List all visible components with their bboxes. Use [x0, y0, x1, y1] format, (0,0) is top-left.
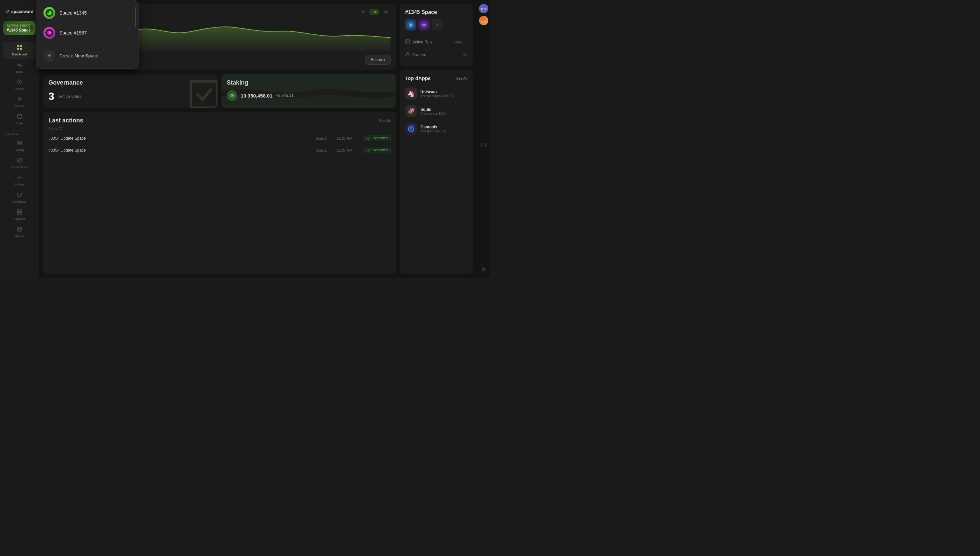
create-new-space-item[interactable]: + Create New Space	[39, 46, 135, 66]
space-1567-icon	[44, 27, 55, 39]
global-section-label: Global	[0, 131, 39, 137]
time-btn-3m[interactable]: 3M	[380, 9, 390, 15]
time-btn-7d[interactable]: 7D	[358, 9, 368, 15]
active-rule-value: Rule 1 ›	[455, 40, 467, 44]
space-chevron-icon: ⇅	[26, 25, 33, 32]
staking-card[interactable]: Staking ⚙ 10,350,456.01 +2,345.11	[221, 74, 396, 108]
last-actions-header: Last actions See All	[48, 117, 390, 124]
svg-rect-17	[17, 210, 19, 212]
svg-rect-4	[17, 48, 19, 50]
sidebar-item-label-keychains: Keychains	[13, 200, 26, 204]
dapp-item-osmosis[interactable]: 🌀 Osmosis The premier DEX	[405, 120, 467, 137]
active-rule-left: Active Rule	[405, 39, 433, 45]
svg-point-32	[408, 53, 409, 54]
sidebar-item-label-dapps: dApps	[15, 234, 24, 238]
sidebar-item-label-governance: Governance	[11, 165, 27, 169]
dapp-info-uniswap: Uniswap The most popular DEX	[421, 90, 454, 98]
svg-rect-15	[18, 158, 21, 162]
staking-sidebar-icon	[17, 140, 22, 147]
scrollbar[interactable]	[135, 7, 136, 27]
dapps-icon	[17, 226, 22, 233]
svg-rect-10	[18, 115, 21, 118]
svg-point-6	[18, 63, 20, 66]
svg-rect-12	[20, 141, 21, 143]
dapps-see-all[interactable]: See All	[456, 76, 467, 80]
active-rule-label: Active Rule	[413, 40, 433, 44]
svg-rect-22	[18, 228, 19, 229]
dapp-item-uniswap[interactable]: 🦄 Uniswap The most popular DEX	[405, 85, 467, 102]
last-actions-title: Last actions	[48, 117, 83, 124]
space-info-title: #1345 Space	[405, 9, 467, 15]
svg-rect-23	[20, 228, 21, 229]
sidebar-item-assets[interactable]: Assets	[3, 77, 36, 93]
owners-icon	[17, 97, 22, 103]
osmosis-icon: 🌀	[405, 123, 417, 135]
active-space-badge[interactable]: Active Space #1345 Space ⇅	[3, 21, 35, 35]
governance-card[interactable]: Governance 3 Active votes	[43, 74, 218, 108]
sidebar-item-keychains[interactable]: Keychains	[3, 189, 36, 206]
wallet-avatar[interactable]: 🦊	[479, 16, 488, 25]
dapp-desc-uniswap: The most popular DEX	[421, 94, 454, 98]
space-1567-name: Space #1567	[60, 30, 87, 36]
dropdown-space-1567[interactable]: Space #1567	[39, 23, 135, 43]
dapps-title: Top dApps	[405, 75, 430, 81]
sidebar-item-rules[interactable]: Rules	[3, 111, 36, 128]
logo-icon	[5, 8, 9, 15]
check-icon-1	[367, 137, 370, 140]
time-btn-1m[interactable]: 1M	[369, 9, 379, 15]
create-space-plus-icon: +	[44, 50, 55, 62]
svg-point-9	[19, 97, 21, 100]
dapp-info-osmosis: Osmosis The premier DEX	[421, 125, 446, 133]
window-icon[interactable]	[479, 140, 488, 150]
sidebar-item-dapps[interactable]: dApps	[3, 224, 36, 241]
chevron-right-rule: ›	[466, 40, 467, 44]
sidebar: spaceward Active Space #1345 Space ⇅ Das…	[0, 0, 39, 278]
dapp-name-uniswap: Uniswap	[421, 90, 454, 94]
svg-rect-24	[18, 230, 19, 231]
action-row-2: #3054 Update Space Rule 1 12:07 PM Compl…	[48, 144, 390, 156]
owners-row[interactable]: Owners 4 ›	[405, 48, 467, 61]
sidebar-item-keys[interactable]: Keys	[3, 60, 36, 76]
settings-icon[interactable]	[479, 265, 488, 274]
chart-time-buttons: 7D 1M 3M	[358, 9, 390, 15]
sidebar-item-owners[interactable]: Owners	[3, 94, 36, 110]
user-avatar[interactable]: fbr5	[479, 4, 488, 13]
sidebar-item-explorer[interactable]: Explorer	[3, 207, 36, 223]
svg-rect-19	[17, 212, 19, 214]
svg-point-39	[47, 31, 52, 35]
sidebar-item-label-explorer: Explorer	[14, 217, 25, 221]
receive-button[interactable]: Receive	[365, 55, 390, 65]
active-rule-row[interactable]: Active Rule Rule 1 ›	[405, 36, 467, 48]
sidebar-item-governance[interactable]: Governance	[3, 155, 36, 171]
dapp-info-squid: Squid Cross-chain DEX	[421, 107, 446, 115]
sidebar-item-label-assets: Assets	[15, 87, 24, 91]
action-rule-1: Rule 1	[316, 136, 333, 140]
svg-rect-11	[18, 141, 19, 143]
staking-change: +2,345.11	[276, 93, 294, 98]
space-info-card: #1345 Space +	[400, 4, 473, 66]
sidebar-item-actions[interactable]: Actions	[3, 172, 36, 189]
dapps-header: Top dApps See All	[405, 75, 467, 81]
space-1345-name: Space #1345	[60, 10, 87, 16]
dapp-name-squid: Squid	[421, 107, 446, 112]
sidebar-item-dashboard[interactable]: Dashboard	[3, 42, 36, 59]
sidebar-item-label-dashboard: Dashboard	[12, 53, 26, 56]
action-name-2: #3054 Update Space	[48, 148, 312, 153]
last-actions-see-all[interactable]: See All	[379, 119, 390, 123]
svg-rect-16	[18, 193, 21, 196]
right-panel: #1345 Space +	[400, 4, 473, 274]
svg-point-31	[406, 53, 408, 54]
sidebar-item-label-keys: Keys	[16, 70, 23, 73]
space-add-icon[interactable]: +	[432, 19, 443, 31]
logo-area: spaceward	[0, 5, 39, 21]
keychains-icon	[17, 192, 22, 199]
dropdown-space-1345[interactable]: Space #1345	[39, 3, 135, 23]
space-1345-icon	[44, 7, 55, 19]
action-time-1: 12:07 PM	[337, 136, 360, 140]
dapp-item-squid[interactable]: 🦑 Squid Cross-chain DEX	[405, 102, 467, 120]
sidebar-item-staking[interactable]: Staking	[3, 138, 36, 154]
action-date: 4 June '24	[48, 127, 390, 130]
space-icons-row: +	[405, 19, 467, 31]
rule-icon	[405, 39, 410, 45]
svg-rect-5	[20, 48, 22, 50]
